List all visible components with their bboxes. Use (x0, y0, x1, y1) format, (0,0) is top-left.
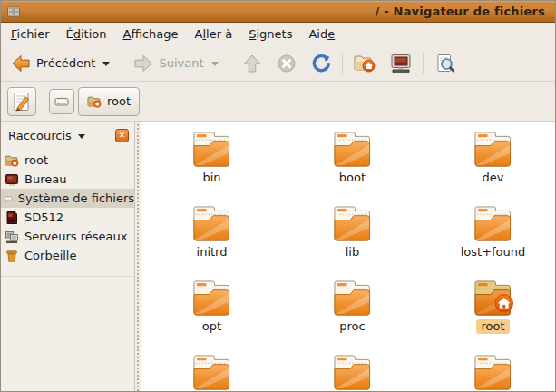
filesystem-path-button[interactable] (49, 89, 74, 114)
folder-icon (190, 354, 233, 391)
folder-item[interactable] (423, 354, 555, 392)
folder-label: bin (198, 171, 225, 185)
home-folder-icon (87, 95, 102, 108)
folder-label: proc (335, 319, 369, 334)
window-icon (6, 5, 21, 19)
folder-item-dev[interactable]: dev (423, 131, 555, 205)
folder-label-selected: root (476, 319, 509, 334)
trash-icon (5, 249, 19, 263)
folder-item[interactable] (141, 354, 282, 392)
home-folder-icon (5, 154, 19, 167)
folder-icon (190, 205, 233, 242)
folder-label: initrd (192, 245, 232, 260)
folder-label: lost+found (456, 245, 531, 260)
folder-icon (472, 205, 514, 242)
folder-item-bin[interactable]: bin (141, 131, 282, 205)
folder-label: lib (341, 245, 364, 260)
sidebar-item-sd512[interactable]: SD512 (1, 208, 134, 227)
folder-item-opt[interactable]: opt (141, 279, 282, 354)
folder-item[interactable] (282, 354, 423, 392)
folder-item-lost-found[interactable]: lost+found (423, 205, 555, 279)
chevron-down-icon (78, 134, 85, 139)
up-arrow-icon (241, 53, 263, 74)
search-icon (434, 53, 457, 74)
file-manager-window: / - Navigateur de fichiers Fichier Éditi… (0, 0, 556, 392)
menubar: Fichier Édition Affichage Aller à Signet… (1, 23, 555, 45)
forward-arrow-icon (132, 53, 154, 74)
folder-label: dev (478, 171, 509, 185)
back-arrow-icon (10, 53, 32, 74)
network-servers-icon (5, 230, 19, 244)
window-title: / - Navigateur de fichiers (21, 5, 555, 18)
folder-icon (331, 131, 374, 168)
folder-icon (190, 131, 233, 168)
sidebar-item-bureau[interactable]: Bureau (1, 170, 134, 189)
back-button[interactable]: Précédent (6, 50, 116, 77)
folder-icon (331, 205, 374, 242)
toolbar-separator (342, 53, 343, 74)
folder-label: boot (335, 171, 370, 185)
folder-label: opt (198, 319, 226, 334)
drive-icon (54, 94, 69, 109)
toolbar-separator (423, 53, 424, 74)
folder-icon (331, 354, 374, 391)
forward-button[interactable]: Suivant (129, 50, 224, 77)
desktop-icon (5, 172, 19, 187)
menu-edition[interactable]: Édition (58, 24, 115, 44)
sidebar-splitter-handle[interactable] (135, 122, 141, 392)
sidebar-divider (1, 276, 134, 277)
computer-icon (389, 53, 413, 74)
reload-icon (310, 53, 332, 74)
edit-location-button[interactable] (7, 87, 36, 116)
sidebar-item-serveurs-reseaux[interactable]: Serveurs réseaux (1, 227, 134, 246)
root-path-button[interactable]: root (78, 87, 140, 116)
location-bar: root (1, 82, 555, 122)
folder-item-proc[interactable]: proc (282, 279, 423, 354)
sidebar-item-systeme-de-fichiers[interactable]: Système de fichiers (1, 189, 134, 208)
computer-button[interactable] (385, 50, 416, 77)
sidebar: Raccourcis ✕ root Bureau (1, 122, 135, 392)
stop-button[interactable] (272, 50, 301, 77)
sidebar-close-button[interactable]: ✕ (115, 129, 129, 142)
search-button[interactable] (430, 50, 461, 77)
sidebar-item-corbeille[interactable]: Corbeille (1, 246, 134, 265)
sd-card-icon (5, 211, 19, 225)
folder-icon (331, 279, 374, 317)
file-grid: bin boot dev initrd lib (141, 122, 555, 392)
stop-icon (276, 53, 298, 74)
menu-affichage[interactable]: Affichage (115, 24, 187, 44)
folder-item-initrd[interactable]: initrd (141, 205, 282, 279)
folder-icon (190, 279, 233, 317)
file-view: bin boot dev initrd lib (141, 122, 555, 392)
sidebar-list: root Bureau Système de fichiers (1, 151, 134, 265)
menu-aide[interactable]: Aide (300, 24, 343, 44)
home-icon (353, 53, 376, 74)
folder-home-emblem-icon (472, 279, 514, 317)
toolbar: Précédent Suivant (1, 45, 555, 82)
menu-signets[interactable]: Signets (240, 24, 300, 44)
content-area: Raccourcis ✕ root Bureau (1, 122, 555, 392)
back-history-chevron-icon[interactable] (102, 62, 110, 66)
edit-location-icon (11, 91, 33, 113)
folder-item-boot[interactable]: boot (282, 131, 423, 205)
menu-fichier[interactable]: Fichier (3, 24, 58, 44)
sidebar-item-root[interactable]: root (1, 151, 134, 170)
drive-icon (5, 191, 13, 206)
folder-icon (472, 354, 514, 391)
folder-icon (472, 131, 514, 168)
forward-history-chevron-icon (211, 62, 219, 66)
menu-aller-a[interactable]: Aller à (187, 24, 241, 44)
titlebar[interactable]: / - Navigateur de fichiers (1, 1, 555, 23)
sidebar-view-selector[interactable]: Raccourcis ✕ (1, 122, 134, 146)
home-button[interactable] (349, 50, 380, 77)
folder-item-root-selected[interactable]: root (423, 279, 555, 354)
up-button[interactable] (238, 50, 267, 77)
reload-button[interactable] (307, 50, 336, 77)
folder-item-lib[interactable]: lib (282, 205, 423, 279)
